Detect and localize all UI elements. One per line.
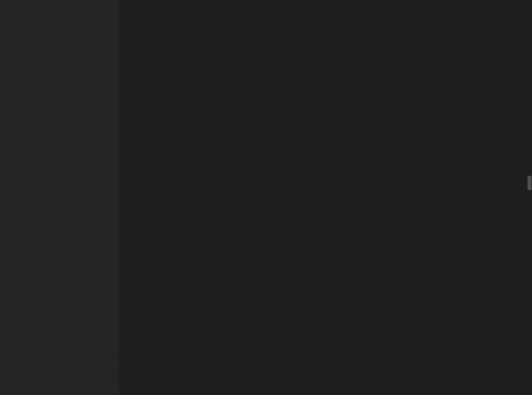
file-tree[interactable] bbox=[0, 0, 119, 357]
section-timeline[interactable] bbox=[0, 385, 119, 393]
section-scm[interactable] bbox=[0, 367, 119, 376]
code-editor[interactable] bbox=[119, 0, 532, 395]
code-content[interactable] bbox=[145, 0, 532, 395]
section-outline[interactable] bbox=[0, 376, 119, 385]
file-explorer-sidebar bbox=[0, 0, 119, 395]
vertical-scrollbar[interactable] bbox=[527, 0, 532, 395]
scrollbar-thumb[interactable] bbox=[527, 176, 531, 190]
line-number-gutter bbox=[119, 0, 145, 395]
timeline-message bbox=[0, 393, 119, 395]
section-scm-repos[interactable] bbox=[0, 357, 119, 367]
